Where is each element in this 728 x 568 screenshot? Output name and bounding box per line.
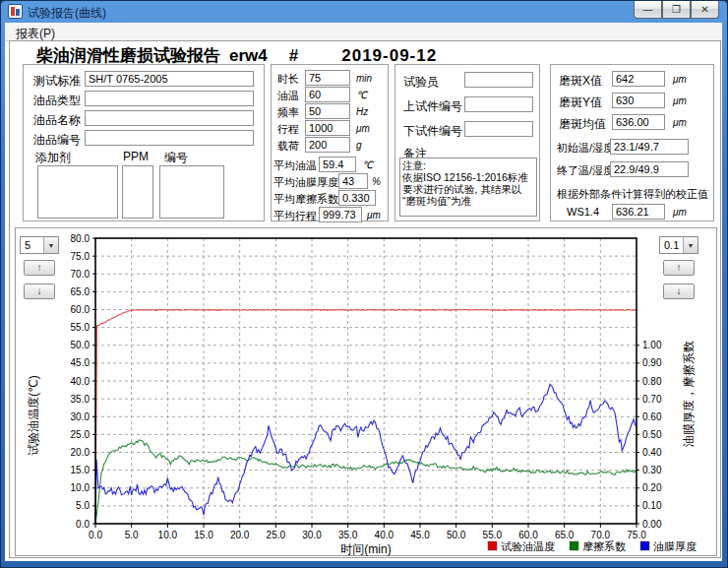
left-axis-down-button[interactable]: ↓ (24, 284, 55, 299)
ppm-listbox[interactable] (122, 165, 153, 219)
final-env-label: 终了温/湿度 (557, 163, 614, 178)
svg-text:0.0: 0.0 (76, 519, 90, 530)
result-box: 磨斑X值 μm 磨斑Y值 μm 磨斑均值 μm 初始温/湿度 终了温/湿度 根据… (550, 64, 714, 221)
screen: 试验报告(曲线) — ❐ ✕ 报表(P) 柴油润滑性磨损试验报告 erw4 # … (0, 0, 728, 568)
svg-text:0.40: 0.40 (642, 447, 662, 458)
frequency-input[interactable] (305, 103, 350, 119)
svg-text:试验油温度(℃): 试验油温度(℃) (27, 375, 40, 455)
svg-text:70.0: 70.0 (591, 530, 611, 540)
svg-text:油膜厚度，摩擦系数: 油膜厚度，摩擦系数 (682, 341, 696, 447)
close-button[interactable]: ✕ (691, 1, 719, 19)
final-env-input[interactable] (610, 161, 689, 177)
stroke-input[interactable] (305, 120, 350, 136)
ws-label: WS1.4 (567, 206, 599, 218)
svg-text:0.10: 0.10 (642, 500, 662, 511)
right-axis-down-button[interactable]: ↓ (663, 284, 695, 299)
test-standard-input[interactable] (85, 71, 254, 87)
upper-specimen-label: 上试件编号 (403, 98, 462, 115)
avg-stroke-unit: μm (367, 210, 381, 221)
remark-textarea[interactable]: 注意: 依据ISO 12156-1:2016标准要求进行的试验, 其结果以“磨斑… (399, 158, 537, 217)
lower-specimen-input[interactable] (464, 121, 533, 137)
additive-listbox[interactable] (37, 165, 118, 219)
oil-number-input[interactable] (85, 130, 254, 146)
svg-text:35.0: 35.0 (71, 394, 91, 405)
avg-stroke-input[interactable] (319, 207, 362, 222)
avg-film-label: 平均油膜厚度 (273, 175, 338, 190)
avg-film-input[interactable] (338, 173, 368, 189)
wear-mean-unit: μm (673, 117, 687, 128)
svg-text:15.0: 15.0 (71, 465, 91, 475)
wear-y-input[interactable] (612, 93, 665, 108)
svg-text:60.0: 60.0 (71, 304, 91, 315)
minimize-button[interactable]: — (634, 1, 662, 19)
svg-text:0.20: 0.20 (642, 482, 662, 493)
operator-box: 试验员 上试件编号 下试件编号 备注 注意: 依据ISO 12156-1:201… (394, 64, 540, 221)
load-unit: g (356, 140, 362, 151)
svg-text:油膜厚度: 油膜厚度 (653, 540, 697, 552)
duration-label: 时长 (277, 72, 299, 87)
wear-x-unit: μm (673, 74, 687, 85)
upper-specimen-input[interactable] (464, 96, 533, 112)
window: 试验报告(曲线) — ❐ ✕ 报表(P) 柴油润滑性磨损试验报告 erw4 # … (0, 0, 728, 568)
chevron-down-icon: ▼ (43, 237, 58, 253)
stroke-unit: μm (356, 123, 370, 134)
svg-text:5.0: 5.0 (125, 530, 139, 540)
oil-name-input[interactable] (85, 110, 254, 126)
left-axis-up-button[interactable]: ↑ (24, 260, 55, 276)
sample-box: 测试标准 油品类型 油品名称 油品编号 添加剂 PPM 编号 (23, 64, 265, 221)
avg-friction-label: 平均摩擦系数 (273, 192, 338, 207)
wear-mean-input[interactable] (612, 114, 665, 130)
avg-oiltemp-input[interactable] (319, 157, 356, 172)
svg-text:40.0: 40.0 (71, 376, 91, 387)
additive-number-listbox[interactable] (159, 165, 224, 219)
chart: 0.05.010.015.020.025.030.035.040.045.050… (16, 228, 716, 555)
maximize-button[interactable]: ❐ (662, 1, 691, 19)
window-title: 试验报告(曲线) (28, 5, 106, 22)
right-scale-value: 0.1 (664, 239, 679, 251)
caption-buttons: — ❐ ✕ (634, 1, 719, 19)
report-date: 2019-09-12 (341, 46, 437, 66)
duration-input[interactable] (305, 70, 350, 86)
load-input[interactable] (305, 137, 350, 153)
svg-text:45.0: 45.0 (410, 530, 430, 540)
svg-text:试验油温度: 试验油温度 (501, 540, 555, 552)
initial-env-input[interactable] (610, 139, 689, 155)
svg-text:30.0: 30.0 (302, 530, 322, 540)
initial-env-label: 初始温/湿度 (557, 141, 614, 156)
svg-text:45.0: 45.0 (71, 357, 91, 368)
additive-label: 添加剂 (35, 150, 71, 166)
svg-text:65.0: 65.0 (555, 530, 575, 540)
duration-unit: min (356, 73, 372, 84)
wear-x-input[interactable] (612, 71, 665, 87)
stroke-label: 行程 (277, 122, 299, 137)
svg-text:65.0: 65.0 (71, 286, 91, 297)
svg-text:40.0: 40.0 (375, 530, 394, 540)
params-box: 时长 min 油温 ℃ 频率 Hz 行程 μm 载荷 g 平均油温 ℃ 平均油膜… (271, 64, 389, 221)
menubar: 报表(P) (5, 23, 722, 41)
app-icon (8, 4, 23, 19)
svg-text:75.0: 75.0 (627, 530, 646, 540)
svg-text:75.0: 75.0 (71, 251, 91, 262)
oiltemp-input[interactable] (305, 87, 350, 102)
svg-text:摩擦系数: 摩擦系数 (582, 540, 626, 552)
oil-type-input[interactable] (85, 91, 254, 106)
svg-text:25.0: 25.0 (71, 429, 91, 440)
svg-text:0.00: 0.00 (642, 519, 662, 530)
ws-input[interactable] (612, 204, 665, 220)
chart-panel: 0.05.010.015.020.025.030.035.040.045.050… (15, 227, 717, 556)
operator-input[interactable] (464, 72, 533, 88)
oil-type-label: 油品类型 (33, 93, 81, 109)
svg-text:0.90: 0.90 (642, 357, 662, 368)
svg-text:55.0: 55.0 (483, 530, 503, 540)
svg-text:20.0: 20.0 (71, 447, 91, 458)
correction-note: 根据外部条件计算得到的校正值 (557, 187, 708, 202)
chevron-down-icon: ▼ (683, 237, 698, 253)
avg-friction-input[interactable] (338, 190, 376, 206)
svg-text:80.0: 80.0 (71, 233, 91, 244)
left-scale-value: 5 (25, 239, 30, 251)
left-scale-select[interactable]: 5 ▼ (20, 236, 59, 254)
right-scale-select[interactable]: 0.1 ▼ (659, 236, 698, 254)
oiltemp-label: 油温 (277, 89, 299, 103)
right-axis-up-button[interactable]: ↑ (663, 260, 695, 276)
ws-unit: μm (673, 207, 687, 218)
